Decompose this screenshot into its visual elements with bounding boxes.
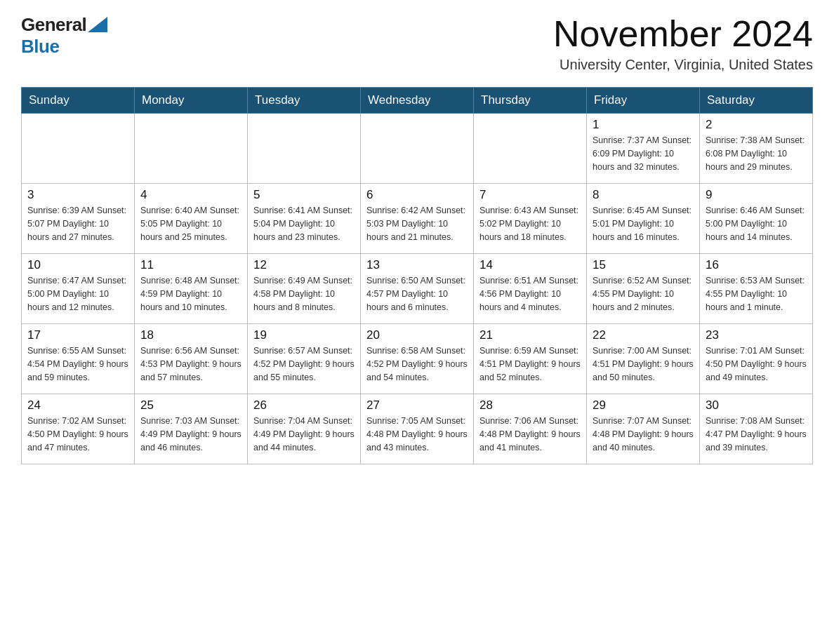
calendar-cell: 17Sunrise: 6:55 AM Sunset: 4:54 PM Dayli…	[22, 324, 135, 394]
calendar-header-wednesday: Wednesday	[361, 88, 474, 114]
calendar-cell: 16Sunrise: 6:53 AM Sunset: 4:55 PM Dayli…	[700, 254, 813, 324]
calendar-header-tuesday: Tuesday	[248, 88, 361, 114]
day-number: 6	[366, 188, 468, 202]
calendar-cell: 27Sunrise: 7:05 AM Sunset: 4:48 PM Dayli…	[361, 394, 474, 464]
day-number: 10	[27, 258, 128, 272]
day-number: 19	[253, 328, 355, 342]
day-info: Sunrise: 6:51 AM Sunset: 4:56 PM Dayligh…	[479, 274, 581, 314]
calendar-cell: 28Sunrise: 7:06 AM Sunset: 4:48 PM Dayli…	[474, 394, 587, 464]
day-info: Sunrise: 6:46 AM Sunset: 5:00 PM Dayligh…	[706, 204, 807, 243]
day-number: 20	[366, 328, 468, 342]
calendar-cell: 7Sunrise: 6:43 AM Sunset: 5:02 PM Daylig…	[474, 184, 587, 254]
day-info: Sunrise: 7:00 AM Sunset: 4:51 PM Dayligh…	[593, 344, 694, 384]
day-info: Sunrise: 6:41 AM Sunset: 5:04 PM Dayligh…	[253, 204, 355, 243]
day-info: Sunrise: 6:40 AM Sunset: 5:05 PM Dayligh…	[140, 204, 241, 243]
calendar-cell: 10Sunrise: 6:47 AM Sunset: 5:00 PM Dayli…	[22, 254, 135, 324]
calendar-cell: 21Sunrise: 6:59 AM Sunset: 4:51 PM Dayli…	[474, 324, 587, 394]
calendar-cell: 26Sunrise: 7:04 AM Sunset: 4:49 PM Dayli…	[248, 394, 361, 464]
calendar-cell: 29Sunrise: 7:07 AM Sunset: 4:48 PM Dayli…	[587, 394, 700, 464]
calendar-week-2: 3Sunrise: 6:39 AM Sunset: 5:07 PM Daylig…	[22, 184, 813, 254]
location-subtitle: University Center, Virginia, United Stat…	[553, 57, 813, 73]
day-number: 3	[27, 188, 128, 202]
day-info: Sunrise: 7:06 AM Sunset: 4:48 PM Dayligh…	[479, 415, 581, 454]
day-info: Sunrise: 6:55 AM Sunset: 4:54 PM Dayligh…	[27, 344, 128, 384]
calendar-cell: 15Sunrise: 6:52 AM Sunset: 4:55 PM Dayli…	[587, 254, 700, 324]
day-info: Sunrise: 6:39 AM Sunset: 5:07 PM Dayligh…	[27, 204, 128, 243]
day-number: 28	[479, 398, 581, 412]
day-info: Sunrise: 7:07 AM Sunset: 4:48 PM Dayligh…	[593, 415, 694, 454]
day-number: 7	[479, 188, 581, 202]
day-info: Sunrise: 6:59 AM Sunset: 4:51 PM Dayligh…	[479, 344, 581, 384]
day-info: Sunrise: 6:45 AM Sunset: 5:01 PM Dayligh…	[593, 204, 694, 243]
day-info: Sunrise: 6:50 AM Sunset: 4:57 PM Dayligh…	[366, 274, 468, 314]
calendar-cell: 1Sunrise: 7:37 AM Sunset: 6:09 PM Daylig…	[587, 114, 700, 184]
day-info: Sunrise: 6:42 AM Sunset: 5:03 PM Dayligh…	[366, 204, 468, 243]
day-info: Sunrise: 6:48 AM Sunset: 4:59 PM Dayligh…	[140, 274, 241, 314]
month-title: November 2024	[553, 14, 813, 54]
day-number: 11	[140, 258, 241, 272]
calendar-cell: 14Sunrise: 6:51 AM Sunset: 4:56 PM Dayli…	[474, 254, 587, 324]
calendar-cell: 20Sunrise: 6:58 AM Sunset: 4:52 PM Dayli…	[361, 324, 474, 394]
svg-marker-0	[88, 17, 107, 32]
logo-triangle-icon	[88, 17, 107, 32]
calendar-cell: 4Sunrise: 6:40 AM Sunset: 5:05 PM Daylig…	[135, 184, 248, 254]
calendar-week-3: 10Sunrise: 6:47 AM Sunset: 5:00 PM Dayli…	[22, 254, 813, 324]
calendar-cell: 8Sunrise: 6:45 AM Sunset: 5:01 PM Daylig…	[587, 184, 700, 254]
calendar-header-sunday: Sunday	[22, 88, 135, 114]
day-info: Sunrise: 6:53 AM Sunset: 4:55 PM Dayligh…	[706, 274, 807, 314]
day-info: Sunrise: 6:47 AM Sunset: 5:00 PM Dayligh…	[27, 274, 128, 314]
calendar-header-friday: Friday	[587, 88, 700, 114]
calendar-cell: 5Sunrise: 6:41 AM Sunset: 5:04 PM Daylig…	[248, 184, 361, 254]
calendar-cell: 9Sunrise: 6:46 AM Sunset: 5:00 PM Daylig…	[700, 184, 813, 254]
day-info: Sunrise: 7:37 AM Sunset: 6:09 PM Dayligh…	[593, 134, 694, 173]
day-number: 27	[366, 398, 468, 412]
day-number: 4	[140, 188, 241, 202]
logo: General Blue	[21, 14, 107, 58]
day-number: 5	[253, 188, 355, 202]
day-number: 24	[27, 398, 128, 412]
calendar-cell: 22Sunrise: 7:00 AM Sunset: 4:51 PM Dayli…	[587, 324, 700, 394]
calendar-cell	[248, 114, 361, 184]
calendar-cell: 3Sunrise: 6:39 AM Sunset: 5:07 PM Daylig…	[22, 184, 135, 254]
day-number: 14	[479, 258, 581, 272]
calendar-week-5: 24Sunrise: 7:02 AM Sunset: 4:50 PM Dayli…	[22, 394, 813, 464]
day-info: Sunrise: 6:52 AM Sunset: 4:55 PM Dayligh…	[593, 274, 694, 314]
day-info: Sunrise: 7:05 AM Sunset: 4:48 PM Dayligh…	[366, 415, 468, 454]
day-info: Sunrise: 7:04 AM Sunset: 4:49 PM Dayligh…	[253, 415, 355, 454]
day-number: 17	[27, 328, 128, 342]
day-number: 22	[593, 328, 694, 342]
day-number: 26	[253, 398, 355, 412]
day-number: 16	[706, 258, 807, 272]
page-header: General Blue November 2024 University Ce…	[21, 14, 813, 73]
day-number: 30	[706, 398, 807, 412]
calendar-header-monday: Monday	[135, 88, 248, 114]
calendar-cell: 6Sunrise: 6:42 AM Sunset: 5:03 PM Daylig…	[361, 184, 474, 254]
day-number: 15	[593, 258, 694, 272]
calendar-cell: 23Sunrise: 7:01 AM Sunset: 4:50 PM Dayli…	[700, 324, 813, 394]
calendar-cell: 11Sunrise: 6:48 AM Sunset: 4:59 PM Dayli…	[135, 254, 248, 324]
day-info: Sunrise: 7:38 AM Sunset: 6:08 PM Dayligh…	[706, 134, 807, 173]
calendar-header-row: SundayMondayTuesdayWednesdayThursdayFrid…	[22, 88, 813, 114]
day-info: Sunrise: 6:56 AM Sunset: 4:53 PM Dayligh…	[140, 344, 241, 384]
day-number: 23	[706, 328, 807, 342]
day-number: 21	[479, 328, 581, 342]
calendar-cell	[361, 114, 474, 184]
calendar-week-4: 17Sunrise: 6:55 AM Sunset: 4:54 PM Dayli…	[22, 324, 813, 394]
logo-blue-text: Blue	[21, 36, 59, 58]
calendar-header-saturday: Saturday	[700, 88, 813, 114]
calendar-cell	[135, 114, 248, 184]
day-number: 29	[593, 398, 694, 412]
day-number: 8	[593, 188, 694, 202]
day-number: 13	[366, 258, 468, 272]
day-info: Sunrise: 6:43 AM Sunset: 5:02 PM Dayligh…	[479, 204, 581, 243]
day-number: 12	[253, 258, 355, 272]
title-block: November 2024 University Center, Virgini…	[553, 14, 813, 73]
day-number: 9	[706, 188, 807, 202]
logo-general-text: General	[21, 14, 86, 36]
day-number: 25	[140, 398, 241, 412]
calendar-cell: 18Sunrise: 6:56 AM Sunset: 4:53 PM Dayli…	[135, 324, 248, 394]
calendar-cell: 19Sunrise: 6:57 AM Sunset: 4:52 PM Dayli…	[248, 324, 361, 394]
calendar-cell: 30Sunrise: 7:08 AM Sunset: 4:47 PM Dayli…	[700, 394, 813, 464]
day-info: Sunrise: 6:58 AM Sunset: 4:52 PM Dayligh…	[366, 344, 468, 384]
day-number: 1	[593, 118, 694, 132]
